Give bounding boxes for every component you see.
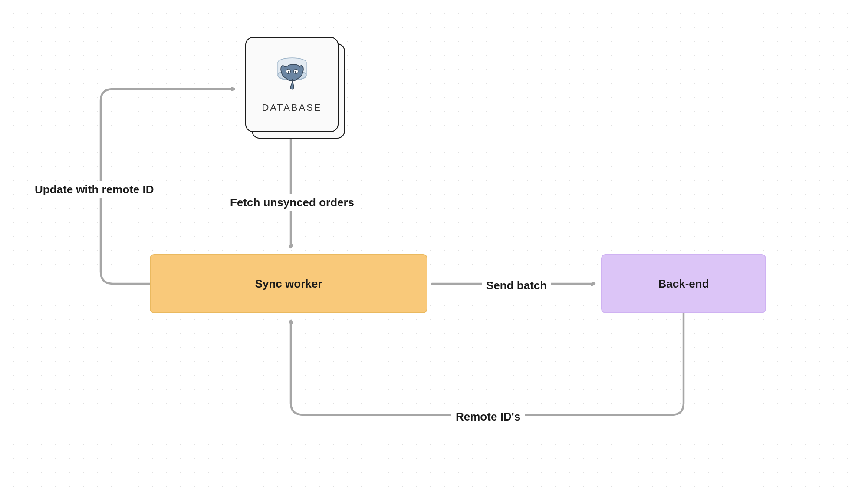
database-node: DATABASE xyxy=(245,37,345,139)
edge-label-remote-ids: Remote ID's xyxy=(451,408,525,425)
arrows-layer xyxy=(0,0,868,487)
postgresql-icon xyxy=(273,56,312,97)
sync-worker-node: Sync worker xyxy=(150,254,427,313)
backend-node: Back-end xyxy=(601,254,766,313)
svg-point-5 xyxy=(294,71,296,73)
edge-label-fetch-unsynced: Fetch unsynced orders xyxy=(226,194,358,211)
arrow-remote-ids xyxy=(291,313,684,415)
backend-label: Back-end xyxy=(658,277,709,291)
sync-worker-label: Sync worker xyxy=(255,277,322,291)
svg-point-4 xyxy=(288,71,289,73)
edge-label-send-batch: Send batch xyxy=(482,277,551,294)
edge-label-update-remote-id: Update with remote ID xyxy=(30,181,158,198)
database-label: DATABASE xyxy=(262,102,322,113)
diagram-canvas: DATABASE Sync worker Back-end Update wit… xyxy=(0,0,868,487)
database-card-front: DATABASE xyxy=(245,37,339,132)
